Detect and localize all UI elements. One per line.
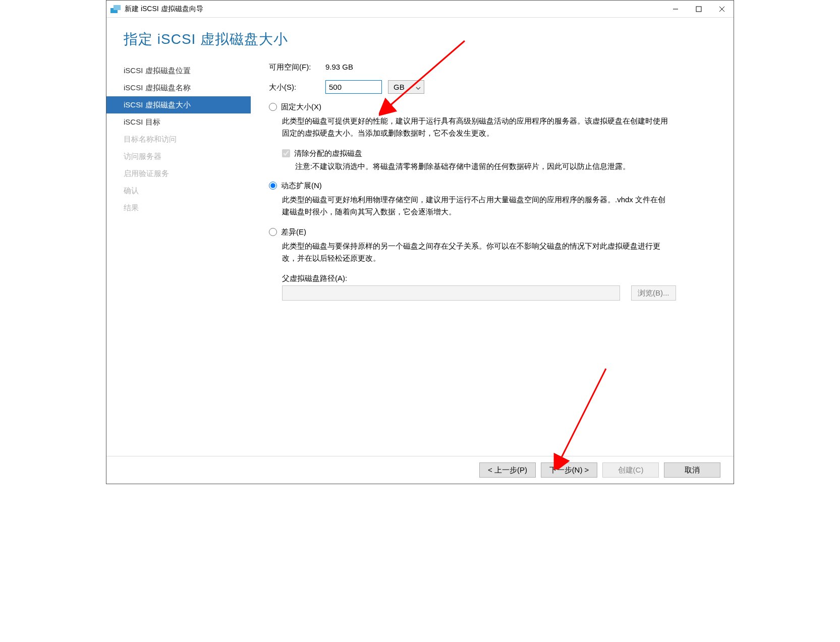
wizard-steps: iSCSI 虚拟磁盘位置 iSCSI 虚拟磁盘名称 iSCSI 虚拟磁盘大小 i… [106, 57, 251, 456]
step-target[interactable]: iSCSI 目标 [106, 113, 251, 131]
step-confirm: 确认 [106, 182, 251, 199]
svg-rect-1 [114, 5, 121, 10]
content-pane: 可用空间(F): 9.93 GB 大小(S): GB 固定大小(X) 此类型的磁… [251, 57, 722, 456]
page-header: 指定 iSCSI 虚拟磁盘大小 [106, 18, 734, 53]
maximize-button[interactable] [687, 1, 710, 17]
svg-rect-3 [696, 7, 701, 12]
size-label: 大小(S): [269, 81, 325, 93]
fixed-size-description: 此类型的磁盘可提供更好的性能，建议用于运行具有高级别磁盘活动的应用程序的服务器。… [282, 115, 670, 139]
window-title: 新建 iSCSI 虚拟磁盘向导 [125, 5, 203, 14]
dynamic-description: 此类型的磁盘可更好地利用物理存储空间，建议用于运行不占用大量磁盘空间的应用程序的… [282, 194, 670, 218]
clear-disk-label: 清除分配的虚拟磁盘 [294, 147, 362, 159]
step-access-server: 访问服务器 [106, 148, 251, 165]
title-bar: 新建 iSCSI 虚拟磁盘向导 [106, 1, 734, 18]
parent-path-label: 父虚拟磁盘路径(A): [282, 272, 722, 284]
size-input[interactable] [325, 80, 382, 94]
page-title: 指定 iSCSI 虚拟磁盘大小 [124, 30, 716, 49]
create-button: 创建(C) [602, 462, 659, 478]
unit-value: GB [394, 81, 405, 93]
dynamic-label: 动态扩展(N) [281, 180, 322, 192]
step-target-name: 目标名称和访问 [106, 131, 251, 148]
step-location[interactable]: iSCSI 虚拟磁盘位置 [106, 62, 251, 79]
dynamic-radio[interactable] [269, 182, 277, 190]
cancel-button[interactable]: 取消 [664, 462, 720, 478]
clear-disk-checkbox [282, 149, 290, 157]
step-auth: 启用验证服务 [106, 165, 251, 182]
app-icon [110, 5, 121, 13]
fixed-size-radio[interactable] [269, 103, 277, 111]
step-result: 结果 [106, 199, 251, 216]
free-space-value: 9.93 GB [325, 61, 353, 73]
previous-button[interactable]: < 上一步(P) [479, 462, 536, 478]
wizard-window: 新建 iSCSI 虚拟磁盘向导 指定 iSCSI 虚拟磁盘大小 iSCSI 虚拟… [106, 0, 734, 484]
close-button[interactable] [710, 1, 734, 17]
clear-disk-note: 注意:不建议取消选中。将磁盘清零将删除基础存储中遗留的任何数据碎片，因此可以防止… [295, 160, 668, 172]
differencing-radio[interactable] [269, 228, 277, 236]
fixed-size-label: 固定大小(X) [281, 101, 321, 113]
step-size[interactable]: iSCSI 虚拟磁盘大小 [106, 96, 251, 113]
unit-select[interactable]: GB [388, 80, 424, 94]
chevron-down-icon [416, 81, 421, 93]
minimize-button[interactable] [664, 1, 687, 17]
free-space-label: 可用空间(F): [269, 61, 325, 73]
step-name[interactable]: iSCSI 虚拟磁盘名称 [106, 79, 251, 96]
browse-button: 浏览(B)... [631, 285, 676, 301]
wizard-footer: < 上一步(P) 下一步(N) > 创建(C) 取消 [106, 456, 734, 484]
differencing-label: 差异(E) [281, 226, 306, 238]
parent-path-input [282, 285, 620, 301]
next-button[interactable]: 下一步(N) > [541, 462, 597, 478]
differencing-description: 此类型的磁盘与要保持原样的另一个磁盘之间存在父子关系。你可以在不影响父磁盘的情况… [282, 240, 670, 264]
